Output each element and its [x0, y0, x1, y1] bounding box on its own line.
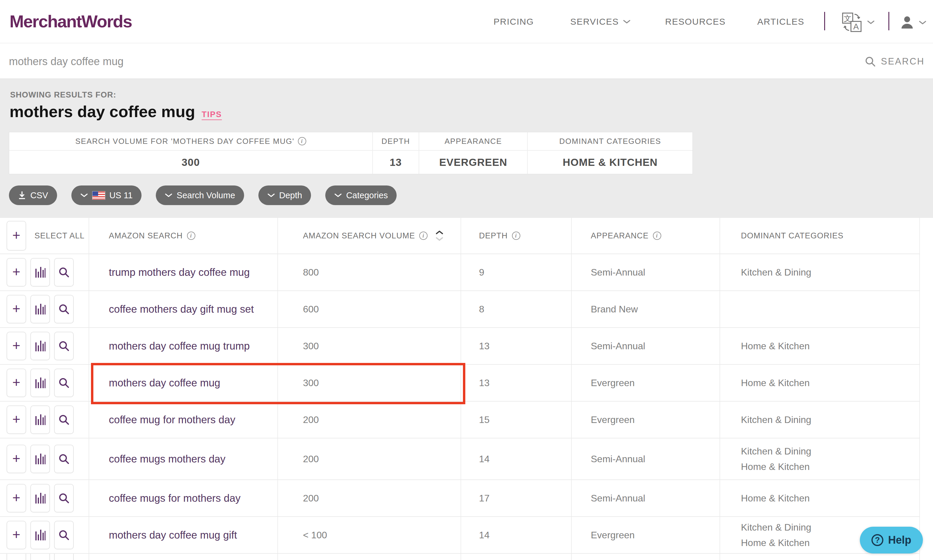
summary-col-appearance: APPEARANCE EVERGREEN: [419, 132, 528, 174]
chevron-down-icon: [267, 193, 275, 198]
categories-filter-label: Categories: [346, 191, 388, 200]
logo[interactable]: MerchantWords: [9, 11, 132, 31]
search-volume-filter-label: Search Volume: [177, 191, 235, 200]
summary-depth-header: DEPTH: [382, 137, 410, 146]
search-keyword-button[interactable]: [54, 445, 74, 473]
help-button[interactable]: ? Help: [860, 527, 923, 554]
history-chart-button[interactable]: [30, 258, 50, 286]
tips-link[interactable]: TIPS: [202, 110, 222, 119]
nav-item-articles[interactable]: ARTICLES: [757, 17, 804, 27]
search-icon: [59, 267, 69, 278]
appearance-value: Semi-Annual: [591, 341, 645, 352]
search-keyword-button[interactable]: [54, 484, 74, 512]
nav-pricing-label: PRICING: [494, 17, 534, 27]
search-bar: SEARCH: [0, 44, 933, 79]
info-icon[interactable]: i: [298, 137, 306, 145]
search-keyword-button[interactable]: [54, 405, 74, 434]
history-chart-button[interactable]: [30, 521, 50, 549]
search-input[interactable]: [9, 53, 752, 70]
history-chart-button[interactable]: [30, 484, 50, 512]
sort-control[interactable]: [436, 230, 443, 242]
select-all-label: SELECT ALL: [34, 231, 85, 240]
keyword-link[interactable]: coffee mug for mothers day: [109, 414, 235, 426]
language-selector[interactable]: 文 A: [841, 12, 875, 33]
category-value: Home & Kitchen: [741, 375, 810, 391]
add-keyword-button[interactable]: +: [6, 484, 26, 512]
top-nav: MerchantWords PRICING SERVICES RESOURCES…: [0, 0, 933, 43]
plus-icon: +: [12, 228, 20, 242]
summary-volume-header: SEARCH VOLUME FOR 'MOTHERS DAY COFFEE MU…: [75, 137, 294, 146]
plus-icon: +: [12, 302, 20, 315]
country-label: US 11: [109, 191, 132, 200]
search-keyword-button[interactable]: [54, 554, 74, 560]
add-keyword-button[interactable]: +: [6, 295, 26, 323]
history-chart-button[interactable]: [30, 405, 50, 434]
search-keyword-button[interactable]: [54, 332, 74, 360]
category-value: Home & Kitchen: [741, 535, 811, 551]
category-value: Kitchen & Dining: [741, 443, 811, 459]
summary-col-depth: DEPTH 13: [373, 132, 419, 174]
search-button[interactable]: SEARCH: [865, 52, 925, 71]
add-keyword-button[interactable]: +: [6, 332, 26, 360]
search-keyword-button[interactable]: [54, 369, 74, 397]
history-chart-button[interactable]: [30, 445, 50, 473]
search-volume-filter-button[interactable]: Search Volume: [156, 186, 244, 205]
history-chart-button[interactable]: [30, 554, 50, 560]
keyword-link[interactable]: mothers day coffee mug trump: [109, 340, 250, 352]
chevron-down-icon: [80, 193, 88, 198]
depth-value: 15: [479, 414, 490, 425]
add-keyword-button[interactable]: +: [6, 521, 26, 549]
search-keyword-button[interactable]: [54, 258, 74, 286]
history-chart-button[interactable]: [30, 369, 50, 397]
keywords-table: + SELECT ALL AMAZON SEARCHi AMAZON SEARC…: [0, 218, 933, 560]
account-menu[interactable]: [900, 15, 927, 30]
page: MerchantWords PRICING SERVICES RESOURCES…: [0, 0, 933, 560]
keyword-link[interactable]: coffee mugs for mothers day: [109, 492, 240, 504]
search-volume-value: 200: [303, 493, 319, 504]
history-chart-button[interactable]: [30, 295, 50, 323]
search-icon: [59, 414, 69, 425]
nav-item-pricing[interactable]: PRICING: [494, 17, 534, 27]
search-keyword-button[interactable]: [54, 295, 74, 323]
nav-item-resources[interactable]: RESOURCES: [665, 17, 726, 27]
search-icon: [865, 56, 876, 67]
depth-filter-button[interactable]: Depth: [259, 186, 311, 205]
search-keyword-button[interactable]: [54, 521, 74, 549]
depth-filter-label: Depth: [279, 191, 302, 200]
translate-icon: 文 A: [841, 12, 862, 33]
keyword-link[interactable]: coffee mugs mothers day: [109, 453, 225, 465]
add-keyword-button[interactable]: +: [6, 258, 26, 286]
chevron-down-icon: [919, 20, 927, 25]
chevron-down-icon: [867, 20, 875, 25]
nav-item-services[interactable]: SERVICES: [570, 17, 631, 27]
bar-chart-icon: [35, 377, 46, 389]
keyword-link[interactable]: coffee mothers day gift mug set: [109, 303, 254, 315]
history-chart-button[interactable]: [30, 332, 50, 360]
summary-depth-value: 13: [373, 151, 419, 174]
svg-text:A: A: [853, 22, 859, 31]
select-all-button[interactable]: +: [6, 221, 26, 251]
info-icon[interactable]: i: [419, 232, 428, 240]
add-keyword-button[interactable]: [6, 554, 26, 560]
depth-value: 14: [479, 530, 490, 541]
search-volume-value: 300: [303, 341, 319, 352]
bar-chart-icon: [35, 303, 46, 315]
keyword-link[interactable]: mothers day coffee mug gift: [109, 529, 237, 541]
add-keyword-button[interactable]: +: [6, 445, 26, 473]
add-keyword-button[interactable]: +: [6, 369, 26, 397]
keyword-link[interactable]: trump mothers day coffee mug: [109, 266, 250, 278]
plus-icon: +: [12, 338, 20, 352]
categories-filter-button[interactable]: Categories: [325, 186, 397, 205]
appearance-value: Evergreen: [591, 530, 635, 541]
info-icon[interactable]: i: [653, 232, 661, 240]
info-icon[interactable]: i: [187, 232, 196, 240]
table-row-partial: [0, 554, 920, 560]
keyword-link[interactable]: mothers day coffee mug: [109, 377, 220, 389]
country-filter-button[interactable]: US 11: [71, 186, 142, 205]
info-icon[interactable]: i: [512, 232, 520, 240]
search-volume-value: 200: [303, 414, 319, 425]
csv-download-button[interactable]: CSV: [9, 186, 57, 205]
user-icon: [900, 15, 914, 30]
depth-value: 14: [479, 454, 490, 465]
add-keyword-button[interactable]: +: [6, 405, 26, 434]
